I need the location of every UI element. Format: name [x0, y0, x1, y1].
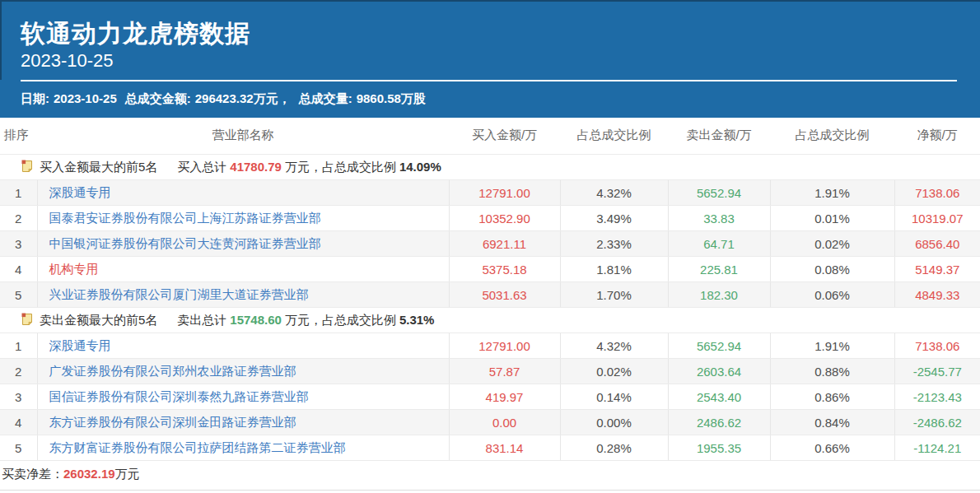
net-amount-cell: 10319.07 — [894, 206, 980, 231]
table-row: 1 深股通专用 12791.00 4.32% 5652.94 1.91% 713… — [0, 333, 980, 359]
broker-name-link[interactable]: 深股通专用 — [37, 333, 449, 359]
sell-pct-cell: 0.66% — [770, 435, 894, 461]
buy-pct-cell: 3.49% — [560, 206, 668, 231]
sell-amount-cell: 225.81 — [668, 257, 770, 282]
rank-cell: 1 — [0, 180, 37, 206]
summary-volume-label: 总成交量: — [299, 91, 352, 105]
table-row: 2 国泰君安证券股份有限公司上海江苏路证券营业部 10352.90 3.49% … — [0, 206, 980, 231]
buy-amount-cell: 12791.00 — [449, 333, 560, 359]
broker-name-link[interactable]: 东方财富证券股份有限公司拉萨团结路第二证券营业部 — [37, 435, 449, 461]
buy-pct-cell: 1.81% — [560, 257, 668, 282]
section-total-value: 41780.79 — [230, 160, 282, 174]
table-row: 4 机构专用 5375.18 1.81% 225.81 0.08% 5149.3… — [0, 257, 980, 282]
rank-cell: 3 — [0, 384, 37, 410]
page-title: 软通动力龙虎榜数据 — [21, 18, 959, 49]
sell-pct-cell: 0.86% — [770, 384, 894, 410]
buy-amount-cell: 0.00 — [449, 410, 560, 435]
col-header-rank: 排序 — [0, 118, 37, 155]
rank-cell: 4 — [0, 410, 37, 435]
buy-amount-cell: 831.14 — [449, 435, 560, 461]
broker-name-link[interactable]: 机构专用 — [37, 257, 449, 282]
broker-name-link[interactable]: 东方证券股份有限公司深圳金田路证券营业部 — [37, 410, 449, 435]
buy-pct-cell: 4.32% — [560, 180, 668, 206]
note-icon — [21, 160, 33, 175]
sell-amount-cell: 2603.64 — [668, 359, 770, 384]
sell-pct-cell: 1.91% — [770, 180, 894, 206]
sell-pct-cell: 0.88% — [770, 359, 894, 384]
col-header-net: 净额/万 — [894, 118, 980, 155]
buy-pct-cell: 0.02% — [560, 359, 668, 384]
section-total-pct: 5.31% — [399, 313, 435, 327]
buy-pct-cell: 4.32% — [560, 333, 668, 359]
sell-pct-cell: 0.02% — [770, 231, 894, 257]
rank-cell: 5 — [0, 435, 37, 461]
col-header-sell-pct: 占总成交比例 — [770, 118, 894, 155]
buy-pct-cell: 0.14% — [560, 384, 668, 410]
note-icon — [21, 313, 33, 328]
rank-cell: 5 — [0, 282, 37, 308]
sell-pct-cell: 0.06% — [770, 282, 894, 308]
lhb-table: 排序 营业部名称 买入金额/万 占总成交比例 卖出金额/万 占总成交比例 净额/… — [0, 118, 980, 462]
sell-amount-cell: 5652.94 — [668, 333, 770, 359]
table-row: 1 深股通专用 12791.00 4.32% 5652.94 1.91% 713… — [0, 180, 980, 206]
col-header-buy-pct: 占总成交比例 — [560, 118, 668, 155]
footer-value: 26032.19 — [63, 467, 115, 481]
broker-name-link[interactable]: 深股通专用 — [37, 180, 449, 206]
buy-amount-cell: 12791.00 — [449, 180, 560, 206]
sell-pct-cell: 0.01% — [770, 206, 894, 231]
buy-amount-cell: 5375.18 — [449, 257, 560, 282]
table-row: 4 东方证券股份有限公司深圳金田路证券营业部 0.00 0.00% 2486.6… — [0, 410, 980, 435]
table-row: 5 东方财富证券股份有限公司拉萨团结路第二证券营业部 831.14 0.28% … — [0, 435, 980, 461]
buy-amount-cell: 57.87 — [449, 359, 560, 384]
rank-cell: 4 — [0, 257, 37, 282]
table-row: 5 兴业证券股份有限公司厦门湖里大道证券营业部 5031.63 1.70% 18… — [0, 282, 980, 308]
broker-name-link[interactable]: 兴业证券股份有限公司厦门湖里大道证券营业部 — [37, 282, 449, 308]
col-header-sell-amount: 卖出金额/万 — [668, 118, 770, 155]
col-header-buy-amount: 买入金额/万 — [449, 118, 560, 155]
broker-name-link[interactable]: 广发证券股份有限公司郑州农业路证券营业部 — [37, 359, 449, 384]
broker-name-link[interactable]: 中国银河证券股份有限公司大连黄河路证券营业部 — [37, 231, 449, 257]
buy-amount-cell: 419.97 — [449, 384, 560, 410]
section-total-pct: 14.09% — [399, 160, 441, 174]
net-amount-cell: 6856.40 — [894, 231, 980, 257]
net-amount-cell: 5149.37 — [894, 257, 980, 282]
summary-date-value: 2023-10-25 — [54, 91, 117, 105]
sell-pct-cell: 0.84% — [770, 410, 894, 435]
summary-date-label: 日期: — [21, 91, 49, 105]
sell-amount-cell: 5652.94 — [668, 180, 770, 206]
sell-amount-cell: 33.83 — [668, 206, 770, 231]
table-row: 3 国信证券股份有限公司深圳泰然九路证券营业部 419.97 0.14% 254… — [0, 384, 980, 410]
rank-cell: 2 — [0, 206, 37, 231]
section-total-suffix: 万元，占总成交比例 — [285, 313, 396, 327]
net-amount-cell: 7138.06 — [894, 333, 980, 359]
section-title: 买入金额最大的前5名 — [40, 160, 157, 174]
section-total-suffix: 万元，占总成交比例 — [285, 160, 396, 174]
table-header: 排序 营业部名称 买入金额/万 占总成交比例 卖出金额/万 占总成交比例 净额/… — [0, 118, 980, 155]
sell-amount-cell: 182.30 — [668, 282, 770, 308]
broker-name-link[interactable]: 国泰君安证券股份有限公司上海江苏路证券营业部 — [37, 206, 449, 231]
table-row: 2 广发证券股份有限公司郑州农业路证券营业部 57.87 0.02% 2603.… — [0, 359, 980, 384]
section-total-label: 卖出总计 — [177, 313, 226, 327]
sell-amount-cell: 2486.62 — [668, 410, 770, 435]
buy-pct-cell: 1.70% — [560, 282, 668, 308]
buy-pct-cell: 2.33% — [560, 231, 668, 257]
sell-amount-cell: 2543.40 — [668, 384, 770, 410]
broker-name-link[interactable]: 国信证券股份有限公司深圳泰然九路证券营业部 — [37, 384, 449, 410]
buy-amount-cell: 10352.90 — [449, 206, 560, 231]
net-amount-cell: -2545.77 — [894, 359, 980, 384]
footer-label: 买卖净差： — [2, 467, 63, 481]
sell-pct-cell: 0.08% — [770, 257, 894, 282]
sell-pct-cell: 1.91% — [770, 333, 894, 359]
net-difference-footer: 买卖净差：26032.19万元 — [0, 461, 980, 491]
buy-amount-cell: 6921.11 — [449, 231, 560, 257]
sell-amount-cell: 64.71 — [668, 231, 770, 257]
summary-bar: 日期:2023-10-25总成交金额:296423.32万元，总成交量:9860… — [0, 81, 980, 118]
footer-unit: 万元 — [115, 467, 140, 481]
col-header-broker: 营业部名称 — [37, 118, 449, 155]
net-amount-cell: 7138.06 — [894, 180, 980, 206]
buy-pct-cell: 0.28% — [560, 435, 668, 461]
summary-volume-value: 9860.58万股 — [357, 91, 426, 105]
rank-cell: 3 — [0, 231, 37, 257]
table-row: 3 中国银河证券股份有限公司大连黄河路证券营业部 6921.11 2.33% 6… — [0, 231, 980, 257]
header-date: 2023-10-25 — [21, 50, 959, 72]
